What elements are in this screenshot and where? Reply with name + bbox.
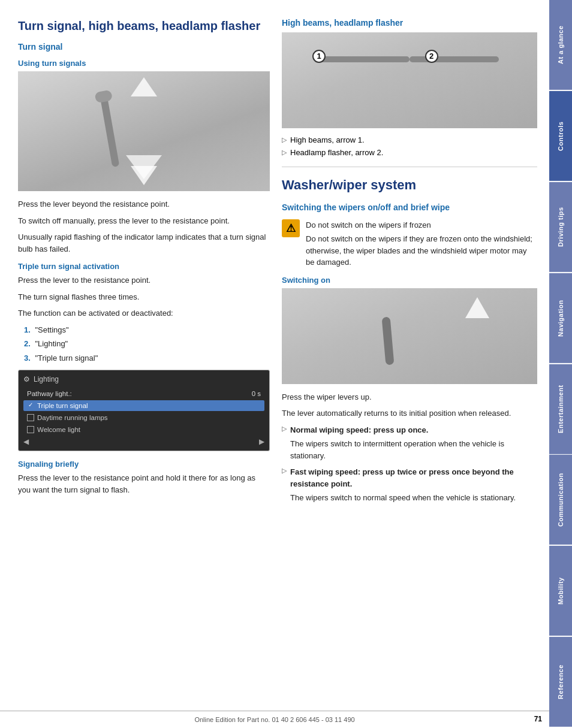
step-1-text: "Settings" <box>35 325 68 334</box>
daytime-checkbox[interactable] <box>27 414 34 421</box>
arrow-down <box>131 166 157 185</box>
high-beams-image: 1 2 <box>282 32 537 128</box>
sidebar-item-navigation[interactable]: Navigation <box>549 273 572 363</box>
settings-daytime-row: Daytime running lamps <box>23 412 264 423</box>
main-content: Turn signal, high beams, headlamp flashe… <box>0 0 549 728</box>
switching-p2: The lever automatically returns to its i… <box>282 407 537 419</box>
turn-signal-p2: To switch off manually, press the lever … <box>18 215 270 227</box>
switching-on-title: Switching on <box>282 276 537 285</box>
sidebar-item-communication[interactable]: Communication <box>549 455 572 545</box>
high-beams-title: High beams, headlamp flasher <box>282 18 537 28</box>
settings-header-label: Lighting <box>34 375 59 383</box>
warning-text: Do not switch on the wipers if frozen Do… <box>306 219 537 268</box>
settings-pathway-val: 0 s <box>252 390 261 397</box>
fast-speed-title: Fast wiping speed: press up twice or pre… <box>290 467 514 488</box>
bullet-arrow-2: ▷ <box>282 149 287 156</box>
footer: Online Edition for Part no. 01 40 2 606 … <box>0 711 549 728</box>
settings-header: ⚙ Lighting <box>23 375 264 383</box>
sidebar-item-driving-tips[interactable]: Driving tips <box>549 182 572 272</box>
normal-speed-title: Normal wiping speed: press up once. <box>290 425 428 434</box>
washer-title: Washer/wiper system <box>282 177 537 194</box>
signaling-p: Press the lever to the resistance point … <box>18 472 270 496</box>
sidebar-item-entertainment[interactable]: Entertainment <box>549 364 572 454</box>
left-column: Turn signal, high beams, headlamp flashe… <box>18 18 270 710</box>
bullet-arrow-1: ▷ <box>282 136 287 144</box>
high-beams-img-bg: 1 2 <box>282 32 537 128</box>
stalk-1 <box>320 56 410 62</box>
page-number: 71 <box>534 715 542 723</box>
triple-checkbox[interactable] <box>27 402 34 409</box>
turn-signal-p3: Unusually rapid flashing of the indicato… <box>18 231 270 255</box>
high-beams-b1-text: High beams, arrow 1. <box>290 135 365 144</box>
warning-icon: ⚠ <box>282 219 300 237</box>
turn-signal-img-sim <box>18 71 270 191</box>
triple-p2: The turn signal flashes three times. <box>18 291 270 303</box>
switching-wipers-title: Switching the wipers on/off and brief wi… <box>282 203 537 212</box>
gear-icon: ⚙ <box>23 375 30 383</box>
using-turn-signals-title: Using turn signals <box>18 59 270 68</box>
settings-pathway-row: Pathway light.: 0 s <box>23 388 264 399</box>
nav-right-arrow[interactable]: ▶ <box>259 437 264 446</box>
right-column: High beams, headlamp flasher 1 2 ▷ High … <box>282 18 537 710</box>
turn-signal-title: Turn signal <box>18 42 270 52</box>
sidebar-item-mobility[interactable]: Mobility <box>549 546 572 636</box>
bullet-arrow-3: ▷ <box>282 425 287 433</box>
sidebar-item-at-a-glance[interactable]: At a glance <box>549 0 572 90</box>
main-title: Turn signal, high beams, headlamp flashe… <box>18 18 270 34</box>
settings-welcome-label: Welcome light <box>37 426 80 433</box>
warning-p1: Do not switch on the wipers if frozen <box>306 219 537 231</box>
wiper-arrow-up <box>465 297 489 318</box>
normal-speed-bullet: ▷ Normal wiping speed: press up once. Th… <box>282 424 537 462</box>
settings-daytime-label: Daytime running lamps <box>37 414 108 421</box>
nav-left-arrow[interactable]: ◀ <box>23 437 29 446</box>
step-2: 2. "Lighting" <box>24 338 270 350</box>
turn-signal-p1: Press the lever beyond the resistance po… <box>18 198 270 210</box>
steps-list: 1. "Settings" 2. "Lighting" 3. "Triple t… <box>18 324 270 364</box>
normal-speed-content: Normal wiping speed: press up once. The … <box>290 424 537 462</box>
welcome-checkbox[interactable] <box>27 426 34 433</box>
step-3-num: 3. <box>24 354 31 363</box>
high-beams-bullet1: ▷ High beams, arrow 1. <box>282 135 537 144</box>
signaling-title: Signaling briefly <box>18 460 270 469</box>
sidebar-label-navigation: Navigation <box>557 300 564 336</box>
step-3: 3. "Triple turn signal" <box>24 352 270 364</box>
step-2-num: 2. <box>24 339 31 348</box>
switching-p1: Press the wiper levers up. <box>282 391 537 403</box>
step-2-text: "Lighting" <box>35 339 68 348</box>
wiper-image <box>282 288 537 384</box>
lever-graphic <box>100 95 120 167</box>
sidebar-label-mobility: Mobility <box>557 577 564 605</box>
sidebar-label-controls: Controls <box>557 121 564 150</box>
normal-speed-body: The wipers switch to intermittent operat… <box>290 438 537 461</box>
sidebar-item-controls[interactable]: Controls <box>549 91 572 181</box>
arrow-up <box>131 77 157 96</box>
sidebar-label-reference: Reference <box>557 664 564 699</box>
settings-welcome-row: Welcome light <box>23 424 264 435</box>
sidebar: At a glance Controls Driving tips Naviga… <box>549 0 572 728</box>
sidebar-label-driving-tips: Driving tips <box>557 207 564 247</box>
warning-p2: Do not switch on the wipers if they are … <box>306 233 537 268</box>
fast-speed-bullet: ▷ Fast wiping speed: press up twice or p… <box>282 466 537 504</box>
high-beams-bullet2: ▷ Headlamp flasher, arrow 2. <box>282 148 537 157</box>
wiper-img-bg <box>282 288 537 384</box>
footer-text: Online Edition for Part no. 01 40 2 606 … <box>194 716 354 723</box>
bullet-arrow-4: ▷ <box>282 467 287 475</box>
turn-signal-image <box>18 71 270 191</box>
settings-screenshot: ⚙ Lighting Pathway light.: 0 s Triple tu… <box>18 370 270 451</box>
badge-2: 2 <box>425 50 438 63</box>
stalk-2 <box>410 56 499 62</box>
settings-triple-row: Triple turn signal <box>23 400 264 411</box>
sidebar-item-reference[interactable]: Reference <box>549 637 572 727</box>
sidebar-label-at-a-glance: At a glance <box>557 26 564 64</box>
wiper-lever <box>382 316 395 365</box>
high-beams-b2-text: Headlamp flasher, arrow 2. <box>290 148 383 157</box>
triple-p1: Press the lever to the resistance point. <box>18 274 270 286</box>
settings-triple-label: Triple turn signal <box>37 402 88 409</box>
fast-speed-content: Fast wiping speed: press up twice or pre… <box>290 466 537 504</box>
step-1-num: 1. <box>24 325 31 334</box>
warning-box: ⚠ Do not switch on the wipers if frozen … <box>282 219 537 268</box>
step-1: 1. "Settings" <box>24 324 270 336</box>
settings-pathway-label: Pathway light.: <box>27 390 72 397</box>
sidebar-label-communication: Communication <box>557 473 564 527</box>
badge-1: 1 <box>312 50 326 63</box>
